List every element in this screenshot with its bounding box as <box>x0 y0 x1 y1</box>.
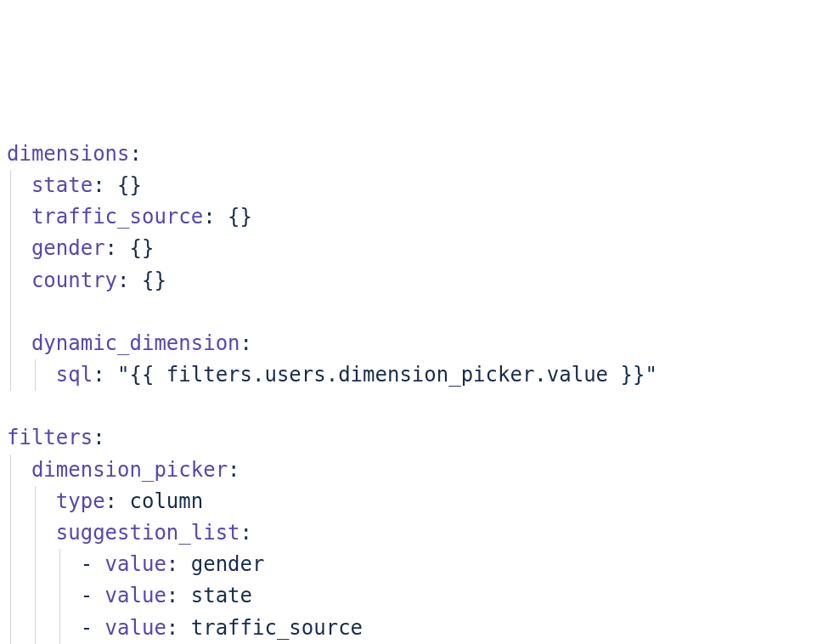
code-line: suggestion_list: <box>7 517 827 549</box>
value-suggestion-traffic-source: traffic_source <box>191 616 363 640</box>
code-line: - value: gender <box>7 549 827 580</box>
empty-object: {} <box>142 268 166 292</box>
code-line: state: {} <box>7 170 827 201</box>
colon: : <box>240 331 252 355</box>
colon: : <box>105 236 117 260</box>
key-dimension-picker: dimension_picker <box>31 458 228 482</box>
key-suggestion-list: suggestion_list <box>56 521 240 545</box>
code-line: dynamic_dimension: <box>7 328 827 359</box>
key-value: value <box>105 616 166 640</box>
value-type: column <box>130 489 204 513</box>
colon: : <box>105 489 117 513</box>
code-line: gender: {} <box>7 233 827 264</box>
colon: : <box>203 205 215 229</box>
key-country: country <box>31 268 117 292</box>
value-suggestion-gender: gender <box>191 552 265 576</box>
empty-object: {} <box>117 173 142 197</box>
colon: : <box>93 363 104 387</box>
key-dimensions: dimensions <box>7 142 130 166</box>
colon: : <box>130 142 142 166</box>
dash: - <box>81 552 105 576</box>
dash: - <box>81 616 105 640</box>
key-value: value <box>105 584 166 607</box>
value-sql-template: "{{ filters.users.dimension_picker.value… <box>117 363 657 387</box>
colon: : <box>166 552 178 576</box>
key-gender: gender <box>31 236 105 260</box>
key-sql: sql <box>56 363 93 387</box>
empty-object: {} <box>130 236 155 260</box>
empty-object: {} <box>228 205 252 229</box>
dash: - <box>81 584 105 607</box>
colon: : <box>166 616 178 640</box>
code-line: - value: state <box>7 580 827 612</box>
value-suggestion-state: state <box>191 584 252 607</box>
key-filters: filters <box>7 426 93 449</box>
yaml-code-block: dimensions: state: {} traffic_source: {}… <box>7 138 827 644</box>
code-line-blank <box>7 391 827 422</box>
code-line: filters: <box>7 422 827 454</box>
key-type: type <box>56 489 105 513</box>
code-line: - value: traffic_source <box>7 613 827 644</box>
code-line: dimension_picker: <box>7 455 827 486</box>
colon: : <box>117 268 129 292</box>
code-line: country: {} <box>7 265 827 297</box>
code-line: type: column <box>7 486 827 517</box>
code-line-blank <box>7 297 827 328</box>
key-state: state <box>31 173 93 197</box>
code-line: traffic_source: {} <box>7 201 827 233</box>
colon: : <box>93 173 104 197</box>
colon: : <box>166 584 178 607</box>
code-line: sql: "{{ filters.users.dimension_picker.… <box>7 359 827 391</box>
colon: : <box>93 426 104 449</box>
code-line: dimensions: <box>7 138 827 170</box>
colon: : <box>228 458 239 482</box>
colon: : <box>240 521 252 545</box>
key-dynamic-dimension: dynamic_dimension <box>31 331 240 355</box>
key-value: value <box>105 552 166 576</box>
key-traffic-source: traffic_source <box>31 205 203 229</box>
